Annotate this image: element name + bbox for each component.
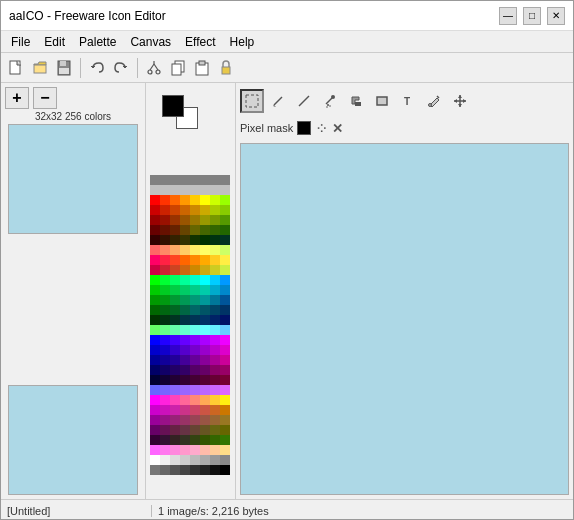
copy-button[interactable] — [167, 57, 189, 79]
palette-color-63[interactable] — [220, 245, 230, 255]
palette-color-125[interactable] — [200, 325, 210, 335]
palette-color-158[interactable] — [210, 365, 220, 375]
palette-color-61[interactable] — [200, 245, 210, 255]
palette-color-213[interactable] — [200, 435, 210, 445]
palette-color-230[interactable] — [210, 455, 220, 465]
palette-color-39[interactable] — [220, 215, 230, 225]
palette-color-172[interactable] — [190, 385, 200, 395]
palette-color-5[interactable] — [200, 175, 210, 185]
palette-color-89[interactable] — [160, 285, 170, 295]
palette-color-21[interactable] — [200, 195, 210, 205]
palette-color-76[interactable] — [190, 265, 200, 275]
palette-color-223[interactable] — [220, 445, 230, 455]
palette-color-193[interactable] — [160, 415, 170, 425]
palette-color-137[interactable] — [160, 345, 170, 355]
palette-color-215[interactable] — [220, 435, 230, 445]
pencil-tool[interactable] — [266, 89, 290, 113]
palette-color-30[interactable] — [210, 205, 220, 215]
palette-color-214[interactable] — [210, 435, 220, 445]
palette-color-114[interactable] — [170, 315, 180, 325]
maximize-button[interactable]: □ — [523, 7, 541, 25]
minus-button[interactable]: − — [33, 87, 57, 109]
palette-color-218[interactable] — [170, 445, 180, 455]
undo-button[interactable] — [86, 57, 108, 79]
palette-color-210[interactable] — [170, 435, 180, 445]
palette-color-166[interactable] — [210, 375, 220, 385]
palette-color-157[interactable] — [200, 365, 210, 375]
palette-color-239[interactable] — [220, 465, 230, 475]
palette-color-169[interactable] — [160, 385, 170, 395]
palette-color-140[interactable] — [190, 345, 200, 355]
cut-button[interactable] — [143, 57, 165, 79]
palette-color-33[interactable] — [160, 215, 170, 225]
palette-color-207[interactable] — [220, 425, 230, 435]
palette-color-56[interactable] — [150, 245, 160, 255]
palette-color-201[interactable] — [160, 425, 170, 435]
palette-color-133[interactable] — [200, 335, 210, 345]
palette-color-163[interactable] — [180, 375, 190, 385]
palette-color-130[interactable] — [170, 335, 180, 345]
palette-color-138[interactable] — [170, 345, 180, 355]
text-tool[interactable]: T — [396, 89, 420, 113]
palette-color-227[interactable] — [180, 455, 190, 465]
palette-color-212[interactable] — [190, 435, 200, 445]
palette-color-79[interactable] — [220, 265, 230, 275]
palette-color-189[interactable] — [200, 405, 210, 415]
palette-color-200[interactable] — [150, 425, 160, 435]
palette-color-9[interactable] — [160, 185, 170, 195]
redo-button[interactable] — [110, 57, 132, 79]
palette-color-143[interactable] — [220, 345, 230, 355]
paste-button[interactable] — [191, 57, 213, 79]
select-tool[interactable] — [240, 89, 264, 113]
palette-color-49[interactable] — [160, 235, 170, 245]
palette-color-184[interactable] — [150, 405, 160, 415]
palette-color-40[interactable] — [150, 225, 160, 235]
palette-color-219[interactable] — [180, 445, 190, 455]
palette-color-237[interactable] — [200, 465, 210, 475]
palette-color-121[interactable] — [160, 325, 170, 335]
palette-color-128[interactable] — [150, 335, 160, 345]
palette-color-10[interactable] — [170, 185, 180, 195]
palette-color-206[interactable] — [210, 425, 220, 435]
palette-color-231[interactable] — [220, 455, 230, 465]
palette-color-222[interactable] — [210, 445, 220, 455]
palette-color-209[interactable] — [160, 435, 170, 445]
palette-color-88[interactable] — [150, 285, 160, 295]
palette-color-11[interactable] — [180, 185, 190, 195]
palette-color-198[interactable] — [210, 415, 220, 425]
palette-color-43[interactable] — [180, 225, 190, 235]
palette-color-135[interactable] — [220, 335, 230, 345]
palette-color-94[interactable] — [210, 285, 220, 295]
palette-color-41[interactable] — [160, 225, 170, 235]
palette-color-174[interactable] — [210, 385, 220, 395]
palette-color-221[interactable] — [200, 445, 210, 455]
palette-color-202[interactable] — [170, 425, 180, 435]
palette-color-238[interactable] — [210, 465, 220, 475]
palette-color-146[interactable] — [170, 355, 180, 365]
palette-color-98[interactable] — [170, 295, 180, 305]
new-button[interactable] — [5, 57, 27, 79]
palette-color-116[interactable] — [190, 315, 200, 325]
palette-color-168[interactable] — [150, 385, 160, 395]
palette-color-77[interactable] — [200, 265, 210, 275]
palette-color-92[interactable] — [190, 285, 200, 295]
palette-color-144[interactable] — [150, 355, 160, 365]
palette-color-62[interactable] — [210, 245, 220, 255]
palette-color-103[interactable] — [220, 295, 230, 305]
palette-color-60[interactable] — [190, 245, 200, 255]
palette-color-162[interactable] — [170, 375, 180, 385]
palette-color-179[interactable] — [180, 395, 190, 405]
palette-color-187[interactable] — [180, 405, 190, 415]
palette-color-205[interactable] — [200, 425, 210, 435]
palette-color-109[interactable] — [200, 305, 210, 315]
main-canvas[interactable] — [240, 143, 569, 495]
palette-color-136[interactable] — [150, 345, 160, 355]
palette-color-95[interactable] — [220, 285, 230, 295]
palette-color-112[interactable] — [150, 315, 160, 325]
palette-color-57[interactable] — [160, 245, 170, 255]
palette-color-225[interactable] — [160, 455, 170, 465]
palette-color-131[interactable] — [180, 335, 190, 345]
menu-palette[interactable]: Palette — [73, 33, 122, 51]
palette-color-155[interactable] — [180, 365, 190, 375]
palette-color-161[interactable] — [160, 375, 170, 385]
